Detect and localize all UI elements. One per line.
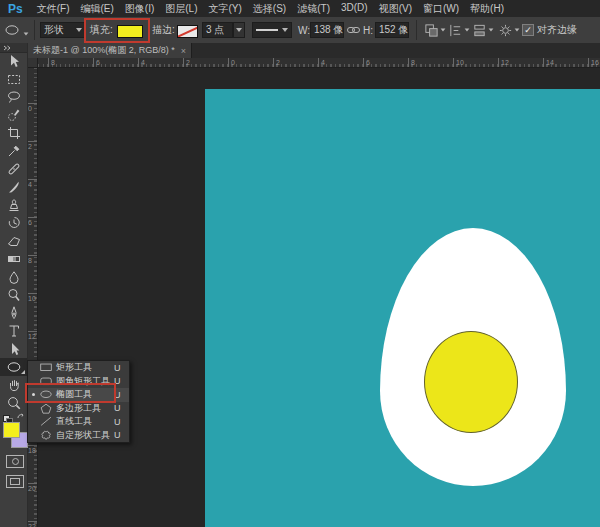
close-tab-icon[interactable]: × — [181, 46, 186, 56]
menu-item[interactable]: 图像(I) — [125, 2, 154, 16]
link-dimensions-icon[interactable] — [347, 22, 360, 38]
flyout-item-line-tool[interactable]: 直线工具U — [28, 415, 129, 429]
polygon-icon — [38, 403, 54, 416]
ruler-label: 8 — [408, 58, 415, 67]
type-tool[interactable] — [0, 322, 27, 340]
menu-item[interactable]: 窗口(W) — [423, 2, 459, 16]
quick-mask-button[interactable] — [6, 455, 24, 468]
menu-item[interactable]: 视图(V) — [379, 2, 412, 16]
ruler-label: 8 — [28, 255, 37, 265]
move-tool[interactable] — [0, 52, 27, 70]
quick-select-tool[interactable] — [0, 106, 27, 124]
blur-icon — [6, 269, 22, 285]
zoom-tool[interactable] — [0, 394, 27, 412]
ellipse-shape-tool[interactable] — [0, 358, 27, 376]
solid-line-icon — [256, 29, 278, 31]
ellipse-shape-icon — [6, 359, 22, 375]
ruler-label: 10 — [453, 58, 464, 67]
marquee-tool[interactable] — [0, 70, 27, 88]
flyout-item-rect-tool[interactable]: 矩形工具U — [28, 361, 129, 375]
gradient-icon — [6, 251, 22, 267]
ruler-label: 8 — [48, 58, 55, 67]
menu-item[interactable]: 文字(Y) — [209, 2, 242, 16]
crop-tool[interactable] — [0, 124, 27, 142]
eraser-tool[interactable] — [0, 232, 27, 250]
chevron-down-icon — [282, 28, 288, 32]
flyout-item-shortcut: U — [114, 417, 121, 427]
flyout-item-shortcut: U — [114, 403, 121, 413]
annotation-box-fill — [84, 18, 150, 43]
hand-icon — [6, 377, 22, 393]
path-operations-button[interactable] — [424, 22, 446, 38]
dodge-icon — [6, 287, 22, 303]
path-alignment-button[interactable] — [448, 22, 470, 38]
menu-item[interactable]: 图层(L) — [165, 2, 197, 16]
menu-item[interactable]: 滤镜(T) — [297, 2, 330, 16]
type-icon — [6, 323, 22, 339]
align-edges-checkbox[interactable]: ✓ — [522, 22, 534, 38]
stroke-type-dropdown[interactable] — [252, 22, 292, 38]
ruler-label: 0 — [28, 103, 37, 113]
screen-mode-button[interactable] — [6, 475, 24, 488]
height-field[interactable]: 152 像素 — [375, 22, 409, 38]
ruler-label: 4 — [28, 179, 37, 189]
photoshop-logo: Ps — [8, 2, 23, 16]
ruler-label: 12 — [28, 331, 37, 341]
vertical-ruler[interactable]: 0246810121416182022 — [28, 68, 38, 527]
clone-stamp-tool[interactable] — [0, 196, 27, 214]
path-select-icon — [6, 341, 22, 357]
menu-bar: Ps 文件(F)编辑(E)图像(I)图层(L)文字(Y)选择(S)滤镜(T)3D… — [0, 0, 600, 18]
document-tab[interactable]: 未标题-1 @ 100%(椭圆 2, RGB/8) * × — [28, 43, 192, 58]
toolbar-tools — [0, 52, 27, 412]
horizontal-ruler[interactable]: 86420246810121416 — [38, 58, 600, 68]
hand-tool[interactable] — [0, 376, 27, 394]
stroke-width-dropdown[interactable] — [233, 22, 245, 38]
pen-tool[interactable] — [0, 304, 27, 322]
path-select-tool[interactable] — [0, 340, 27, 358]
width-value: 138 像素 — [314, 23, 344, 37]
menu-item[interactable]: 编辑(E) — [80, 2, 113, 16]
tool-preset-dropdown[interactable] — [4, 22, 29, 38]
blur-tool[interactable] — [0, 268, 27, 286]
foreground-color-swatch[interactable] — [3, 422, 20, 438]
rect-icon — [38, 362, 54, 375]
healing-brush-tool[interactable] — [0, 160, 27, 178]
stroke-width-field[interactable]: 3 点 — [202, 22, 233, 38]
ruler-label: 18 — [28, 445, 37, 455]
photoshop-window: { "app": { "logo": "Ps" }, "menu_bar": {… — [0, 0, 600, 527]
swap-colors-icon — [17, 413, 25, 421]
ruler-label: 20 — [28, 483, 37, 493]
menu-item[interactable]: 3D(D) — [341, 2, 368, 16]
ruler-label: 12 — [498, 58, 509, 67]
width-field[interactable]: 138 像素 — [310, 22, 344, 38]
dodge-tool[interactable] — [0, 286, 27, 304]
no-color-icon — [177, 25, 198, 38]
document-tab-bar: 未标题-1 @ 100%(椭圆 2, RGB/8) * × — [28, 43, 600, 59]
menu-item[interactable]: 帮助(H) — [470, 2, 504, 16]
document-tab-title: 未标题-1 @ 100%(椭圆 2, RGB/8) * — [33, 44, 175, 57]
brush-tool[interactable] — [0, 178, 27, 196]
geometry-options-gear-button[interactable] — [498, 22, 520, 38]
stroke-swatch[interactable] — [177, 23, 198, 39]
history-brush-tool[interactable] — [0, 214, 27, 232]
custom-shape-icon — [38, 430, 54, 443]
double-chevron-icon — [3, 45, 12, 51]
flyout-item-label: 直线工具 — [56, 415, 92, 428]
ruler-label: 4 — [138, 58, 145, 67]
gradient-tool[interactable] — [0, 250, 27, 268]
flyout-item-polygon-tool[interactable]: 多边形工具U — [28, 402, 129, 416]
separator — [34, 20, 35, 40]
tool-mode-select[interactable]: 形状 — [40, 22, 86, 38]
marquee-icon — [6, 71, 22, 87]
egg-yolk-ellipse-shape[interactable] — [424, 331, 518, 433]
move-icon — [6, 53, 22, 69]
menu-item[interactable]: 文件(F) — [37, 2, 70, 16]
path-arrangement-button[interactable] — [472, 22, 494, 38]
height-value: 152 像素 — [379, 23, 409, 37]
eraser-icon — [6, 233, 22, 249]
menu-item[interactable]: 选择(S) — [253, 2, 286, 16]
eyedropper-tool[interactable] — [0, 142, 27, 160]
flyout-item-label: 多边形工具 — [56, 402, 101, 415]
lasso-tool[interactable] — [0, 88, 27, 106]
flyout-item-custom-shape-tool[interactable]: 自定形状工具U — [28, 429, 129, 443]
